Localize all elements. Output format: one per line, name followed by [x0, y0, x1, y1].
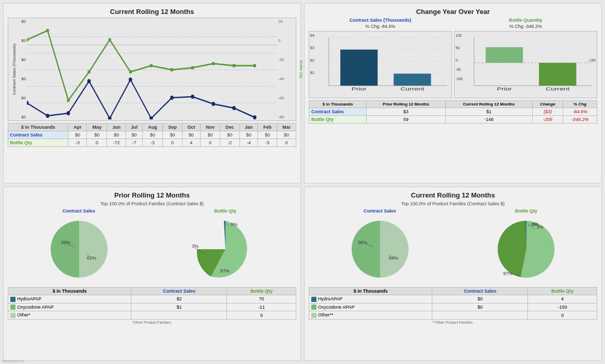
bq-aug: -3	[143, 139, 163, 147]
svg-text:61%: 61%	[87, 255, 96, 261]
col-header-unit: $ in Thousands	[8, 124, 68, 131]
col-header-mar: Mar	[277, 124, 296, 131]
bottom-left-panel: Prior Rolling 12 Months Top 100.0% of Pr…	[3, 187, 301, 361]
col-header-jan: Jan	[239, 124, 258, 131]
col-header-dec: Dec	[220, 124, 240, 131]
cs-nov: $0	[200, 131, 220, 139]
oxy-label-curr: Oxycodone APAP	[318, 305, 355, 310]
cs-feb: $0	[258, 131, 277, 139]
svg-rect-9	[88, 70, 90, 73]
yoy-bottle-title: Bottle Quantity	[454, 18, 597, 23]
col-header-sep: Sep	[163, 124, 183, 131]
cs-dec: $0	[220, 131, 240, 139]
col-header-aug: Aug	[143, 124, 163, 131]
svg-rect-8	[67, 99, 70, 102]
oxy-label-prior: Oxycodone APAP	[17, 305, 54, 310]
curr-col-cs: Contract Sales	[432, 287, 528, 295]
svg-rect-16	[233, 64, 235, 67]
bq-jun: -72	[107, 139, 126, 147]
col-header-apr: Apr	[68, 124, 87, 131]
col-header-may: May	[87, 124, 107, 131]
cs-jan: $0	[239, 131, 258, 139]
bq-jan: -4	[239, 139, 258, 147]
yoy-bottle-pct: % Chg -346.2%	[454, 24, 597, 29]
yoy-bq-prior: 59	[367, 116, 446, 124]
current-contract-pie-title: Contract Sales	[364, 208, 396, 214]
yoy-cs-change: ($3)	[533, 108, 563, 116]
svg-text:Prior: Prior	[352, 86, 367, 91]
yoy-bq-label: Bottle Qty	[311, 117, 334, 122]
svg-rect-15	[212, 62, 215, 65]
other-label-prior: Other*	[17, 312, 31, 317]
hydro-swatch-prior	[10, 297, 16, 302]
svg-text:87%: 87%	[220, 268, 230, 274]
yoy-col-pct: % Chg	[563, 101, 597, 108]
other-bq-curr: 0	[528, 311, 597, 320]
svg-point-26	[191, 95, 194, 99]
cs-aug: $0	[143, 131, 163, 139]
yoy-contract-pct: % Chg -84.6%	[309, 24, 452, 29]
current-bottle-pie-title: Bottle Qty	[515, 208, 537, 214]
current-bottle-pie-svg: 0% 0% 3% 97%	[493, 216, 560, 283]
prior-col-cs: Contract Sales	[131, 287, 227, 295]
y-axis-left: $0$0$0$0$0$0	[8, 18, 27, 120]
current-row-oxy: Oxycodone APAP $0 -150	[309, 303, 597, 311]
yoy-cs-pct: -84.6%	[563, 108, 597, 116]
yoy-bq-current: -146	[445, 116, 532, 124]
bottle-qty-label: Bottle Qty	[10, 140, 32, 145]
cs-jun: $0	[107, 131, 126, 139]
contract-sales-label: Contract Sales	[10, 132, 42, 138]
bottom-right-panel: Current Rolling 12 Months Top 100.0% of …	[304, 187, 602, 361]
svg-point-19	[46, 114, 50, 118]
contract-bar-svg: Prior Current	[309, 32, 451, 98]
contract-bar-chart: $4 $3 $2 $1 Prior	[309, 31, 452, 98]
bottle-bar-chart: 100 50 0 -50 -100 -150 Prior	[454, 31, 597, 98]
prior-bottle-pie-wrap: 0% 13% 87%	[192, 216, 259, 284]
prior-contract-pie-svg: 39% 61%	[46, 216, 113, 283]
yoy-cs-current: $1	[445, 108, 532, 116]
y-axis-left-label: Contract Sales (Thousands)	[12, 43, 17, 95]
current-bottle-pie-container: Bottle Qty 0% 0% 3% 97%	[493, 208, 560, 284]
bottom-left-subtitle: Top 100.0% of Product Familes (Contract …	[8, 201, 296, 206]
prior-col-bq: Bottle Qty	[227, 287, 296, 295]
bq-sep: 0	[163, 139, 183, 147]
other-cs-prior	[131, 311, 227, 320]
hydro-bq-prior: 70	[227, 295, 296, 304]
prior-bottle-pie-container: Bottle Qty 0% 13% 87%	[192, 208, 259, 284]
svg-rect-10	[109, 38, 111, 41]
cs-oct: $0	[182, 131, 200, 139]
cs-jul: $0	[126, 131, 143, 139]
current-summary-table: $ in Thousands Contract Sales Bottle Qty…	[309, 287, 597, 320]
bq-may: 0	[87, 139, 107, 147]
current-row-other: Other** 0	[309, 311, 597, 320]
svg-point-29	[253, 115, 256, 119]
svg-text:3%: 3%	[537, 224, 543, 230]
prior-contract-pie-wrap: 39% 61%	[46, 216, 113, 284]
cs-sep: $0	[163, 131, 183, 139]
svg-rect-7	[47, 29, 49, 32]
yoy-charts: Contract Sales (Thousands) % Chg -84.6% …	[309, 18, 597, 98]
hydro-swatch-curr	[311, 297, 316, 302]
svg-rect-6	[27, 38, 28, 41]
yoy-contract-title: Contract Sales (Thousands)	[309, 18, 452, 23]
bottom-right-pies: Contract Sales 36% 64% Bottle Qty	[309, 208, 597, 284]
hydro-label-prior: HydroAPAP	[17, 296, 41, 301]
line-chart-svg	[27, 20, 277, 119]
prior-bottle-pie-svg: 0% 13% 87%	[192, 216, 259, 283]
col-header-nov: Nov	[200, 124, 220, 131]
top-left-table: $ in Thousands Apr May Jun Jul Aug Sep O…	[8, 123, 296, 147]
svg-rect-11	[129, 70, 132, 73]
svg-rect-13	[171, 68, 173, 71]
yoy-cs-prior: $3	[367, 108, 446, 116]
oxy-cs-curr: $0	[432, 303, 528, 311]
svg-text:Current: Current	[400, 86, 425, 91]
col-header-oct: Oct	[182, 124, 200, 131]
yoy-col-change: Change	[533, 101, 563, 108]
current-bottle-pie-wrap: 0% 0% 3% 97%	[493, 216, 560, 284]
svg-point-20	[67, 111, 70, 115]
svg-point-21	[87, 79, 91, 83]
dashboard: Current Rolling 12 Months $0$0$0$0$0$0 2…	[0, 0, 605, 364]
svg-text:0%: 0%	[231, 222, 237, 227]
bottle-bar-svg: Prior Current	[455, 32, 597, 98]
svg-text:39%: 39%	[61, 240, 70, 245]
